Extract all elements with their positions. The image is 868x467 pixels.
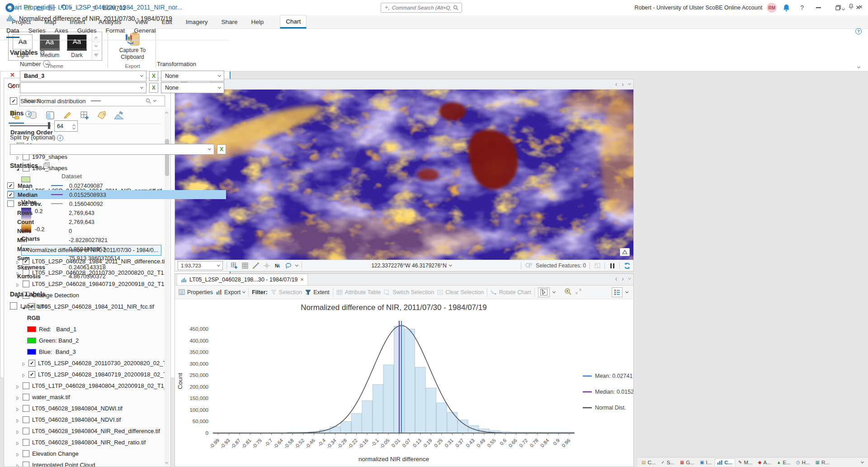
statistic-checkbox[interactable]	[7, 200, 14, 207]
list-by-labeling-icon[interactable]	[96, 110, 107, 121]
transformation-dropdown[interactable]: None	[161, 71, 224, 81]
layer-row[interactable]: water_mask.tif	[4, 391, 165, 403]
attribute-table-button[interactable]: Attribute Table	[336, 289, 381, 295]
statistic-row-mean[interactable]: Mean0.027409087	[7, 181, 226, 190]
layer-checkbox-checked[interactable]	[28, 371, 35, 378]
tab-scroll-right-icon[interactable]: ›	[622, 81, 624, 88]
legend-label[interactable]: Mean: 0.02741	[595, 373, 632, 379]
label-bins-checkbox[interactable]: Label bins	[10, 302, 47, 310]
collapse-ribbon-icon[interactable]	[858, 62, 860, 70]
expression-button[interactable]: X	[149, 71, 158, 81]
tab-scroll-right-icon[interactable]: ›	[622, 275, 624, 282]
help-icon[interactable]: ?	[800, 4, 804, 11]
histogram-bar[interactable]	[415, 367, 426, 433]
refresh-icon[interactable]	[623, 262, 631, 269]
histogram-bar[interactable]	[362, 400, 373, 433]
layer-row[interactable]: LT05_L1TP_046028_19840804_20200918_02_T1…	[4, 380, 165, 391]
tab-scroll-left-icon[interactable]: ‹	[615, 275, 618, 282]
layer-row[interactable]: LT05_046028_19840804_NDVI.tif	[4, 414, 165, 425]
crosshair-icon[interactable]	[263, 262, 270, 269]
histogram-bar[interactable]	[426, 388, 436, 433]
histogram-bar[interactable]	[330, 427, 340, 433]
search-options-icon[interactable]	[153, 99, 156, 102]
expander-collapsed-icon[interactable]	[15, 395, 20, 400]
map-navigator-button[interactable]	[620, 248, 630, 256]
statistic-row-median[interactable]: Median0.0152508933	[7, 190, 226, 199]
expander-collapsed-icon[interactable]	[15, 440, 20, 445]
filter-by-extent-button[interactable]: Extent	[305, 289, 329, 295]
minimize-button[interactable]	[808, 0, 828, 15]
expression-button[interactable]: X	[217, 144, 226, 154]
layer-checkbox-unchecked[interactable]	[23, 394, 29, 400]
switch-selection-button[interactable]: Switch Selection	[384, 289, 434, 295]
pause-drawing-icon[interactable]	[609, 262, 616, 269]
chart-full-extent-icon[interactable]	[575, 288, 582, 296]
expander-collapsed-icon[interactable]	[15, 406, 20, 411]
tools-dropdown-icon[interactable]	[295, 263, 298, 267]
chart-properties-button[interactable]: Properties	[179, 289, 213, 295]
histogram-bar[interactable]	[458, 420, 468, 433]
grid-icon[interactable]	[241, 262, 249, 269]
grid-add-icon[interactable]	[231, 262, 238, 269]
filter-by-selection-button[interactable]: Selection	[271, 289, 302, 295]
expander-collapsed-icon[interactable]	[15, 429, 20, 434]
chart-properties-tab-axes[interactable]: Axes	[55, 27, 68, 38]
legend-swatch-row[interactable]: Green: Band_2	[4, 335, 165, 346]
pin-icon[interactable]	[849, 4, 854, 10]
dock-tab-chart-properties[interactable]: C...	[715, 458, 735, 466]
histogram-bar[interactable]	[437, 403, 447, 433]
legend-label[interactable]: Median: 0.01525	[595, 389, 633, 395]
dock-tab-elevation[interactable]: ▲E...	[774, 459, 793, 466]
command-search[interactable]	[381, 3, 462, 13]
dock-tab-image-info[interactable]: ▣I...	[698, 459, 714, 466]
histogram-bar[interactable]	[341, 421, 351, 433]
statistic-checkbox[interactable]	[7, 191, 14, 198]
dock-tab-catalog[interactable]: ▤C...	[639, 459, 658, 466]
chart-tab-close-icon[interactable]: ×	[301, 276, 304, 283]
layer-row[interactable]: LT05_046028_19840804_NIR_Red_ratio.tif	[4, 437, 165, 448]
layer-row[interactable]: LT05_046028_19840804_NDWI.tif	[4, 403, 165, 414]
list-by-snapping-icon[interactable]	[79, 110, 90, 121]
split-by-dropdown[interactable]	[10, 144, 214, 155]
clear-selection-button[interactable]: Clear Selection	[437, 289, 484, 295]
bins-spinner[interactable]: 64	[54, 120, 78, 132]
layer-checkbox-unchecked[interactable]	[23, 428, 29, 434]
north-arrow-icon[interactable]: N	[274, 262, 281, 269]
lasso-select-icon[interactable]	[285, 262, 292, 269]
command-search-input[interactable]	[392, 5, 451, 10]
histogram-bar[interactable]	[383, 365, 394, 433]
expression-button[interactable]: X	[149, 83, 158, 93]
dock-tab-geoprocessing[interactable]: ▦G...	[678, 459, 697, 466]
bins-slider-handle[interactable]	[48, 122, 50, 129]
tab-list-icon[interactable]	[628, 276, 631, 280]
dock-tab-modify-features[interactable]: ✎M...	[736, 459, 755, 466]
statistic-row-stddev[interactable]: Std. Dev.0.156040092	[7, 199, 226, 208]
show-normal-distribution-checkbox[interactable]: Show Normal distribution	[10, 97, 101, 105]
layer-row[interactable]: LT05_L2SP_046028_20110730_20200820_02_T1…	[4, 357, 165, 369]
measure-icon[interactable]	[252, 262, 259, 269]
map-coordinates[interactable]: 122.3372276°W 46.3179276°N	[371, 262, 451, 269]
chart-export-button[interactable]: Export	[216, 289, 245, 295]
expander-collapsed-icon[interactable]	[21, 372, 26, 377]
restore-button[interactable]	[828, 0, 848, 15]
help-circle-icon[interactable]: ?	[855, 27, 862, 34]
variable-field-dropdown[interactable]	[20, 82, 146, 93]
gallery-scroll-down-icon[interactable]	[92, 42, 100, 51]
layer-checkbox-unchecked[interactable]	[23, 439, 29, 446]
expander-collapsed-icon[interactable]	[21, 361, 26, 366]
avatar[interactable]: RM	[767, 3, 777, 13]
layer-checkbox-unchecked[interactable]	[23, 382, 29, 389]
remove-variable-icon[interactable]: ✕	[10, 71, 15, 78]
histogram-bar[interactable]	[351, 414, 362, 433]
panel-menu-icon[interactable]	[842, 7, 845, 10]
panel-close-icon[interactable]: ×	[859, 3, 863, 10]
statistic-checkbox[interactable]	[7, 182, 14, 189]
chart-properties-tab-general[interactable]: General	[134, 27, 156, 38]
contents-scrollbar[interactable]	[165, 109, 170, 466]
expander-collapsed-icon[interactable]	[15, 418, 20, 422]
histogram-bar[interactable]	[405, 329, 415, 433]
rotate-chart-button[interactable]: Rotate Chart	[491, 289, 531, 295]
expander-collapsed-icon[interactable]	[15, 463, 20, 467]
selection-polygon-icon[interactable]	[594, 262, 601, 269]
list-by-editing-icon[interactable]	[62, 110, 73, 121]
